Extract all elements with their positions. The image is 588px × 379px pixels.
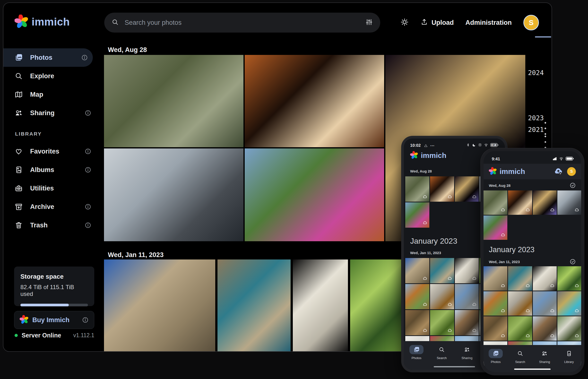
photo-tile-marble-bust-sculpture[interactable]: [455, 258, 479, 283]
cloud-backup-icon: [501, 283, 505, 289]
battery-icon: 97: [490, 143, 499, 148]
photo-tile-fireworks-night-sky[interactable]: [533, 190, 557, 215]
nav-tab-sharing[interactable]: Sharing: [460, 345, 474, 360]
photo-tile-lizard-on-moss[interactable]: [508, 316, 532, 341]
photo-tile-fireworks-night-sky[interactable]: [455, 176, 479, 202]
photos-icon: [409, 345, 424, 354]
phone-statusbar: 9:41: [492, 156, 574, 163]
nav-tab-photos[interactable]: Photos: [489, 349, 503, 364]
upload-button[interactable]: Upload: [420, 18, 454, 27]
cloud-backup-icon: [423, 194, 427, 200]
timeline-year-label[interactable]: 2021: [528, 126, 544, 133]
ellipsis-icon: ⋯: [430, 143, 435, 148]
date-group-header: Wed, Jan 11, 2023: [108, 251, 163, 259]
administration-link[interactable]: Administration: [465, 19, 512, 27]
photo-tile-fortress-walls-with-cars[interactable]: [104, 259, 215, 352]
cloud-backup-icon: [574, 207, 579, 213]
photo-tile-lizard-on-moss[interactable]: [430, 310, 454, 335]
photo-tile-baboons-on-zoo-rocks[interactable]: [405, 176, 429, 202]
timeline-year-label[interactable]: 2024: [528, 69, 544, 77]
photo-tile-baboons-on-zoo-rocks[interactable]: [484, 190, 507, 215]
info-icon[interactable]: [85, 222, 91, 229]
photo-tile-baboons-on-zoo-rocks[interactable]: [104, 55, 243, 147]
photo-tile-white-stone-sculpture[interactable]: [508, 291, 532, 316]
nav-tab-sharing[interactable]: Sharing: [538, 349, 552, 364]
info-icon[interactable]: [81, 54, 88, 61]
user-avatar[interactable]: S: [567, 167, 576, 176]
date-group-header: Wed, Aug 28: [108, 46, 147, 54]
photo-tile-couple-holding-hands[interactable]: [104, 148, 243, 241]
sidebar-item-photos[interactable]: Photos: [3, 48, 93, 67]
buy-immich-button[interactable]: Buy Immich: [14, 311, 94, 329]
photo-tile-fortress-walls-with-cars[interactable]: [405, 258, 429, 283]
photo-tile-autumn-park-path[interactable]: [245, 148, 384, 241]
search-icon: [111, 18, 119, 27]
home-indicator[interactable]: [514, 369, 551, 370]
sidebar-item-archive[interactable]: Archive: [3, 198, 96, 216]
photo-tile-coastal-fort-and-bay[interactable]: [218, 259, 291, 352]
album-icon: [15, 165, 23, 174]
cloud-backup-icon: [501, 207, 505, 213]
photo-tile-ornate-table-centerpiece[interactable]: [557, 291, 581, 316]
cloud-backup-icon: [501, 308, 505, 314]
photo-tile-lizard-on-leaf-litter[interactable]: [484, 316, 507, 341]
timeline-year-label[interactable]: 2023: [528, 114, 544, 122]
theme-toggle-sun-icon[interactable]: [400, 18, 409, 27]
cloud-backup-icon: [525, 283, 530, 289]
sidebar-item-sharing[interactable]: Sharing: [3, 104, 96, 122]
status-time: 10:02: [410, 143, 421, 148]
photo-tile-snowy-village-church[interactable]: [455, 310, 479, 335]
photo-tile-autumn-dinner-table[interactable]: [508, 190, 532, 215]
info-icon[interactable]: [85, 148, 91, 155]
filter-sliders-icon[interactable]: [365, 18, 373, 27]
photo-tile-autumn-park-path[interactable]: [484, 216, 507, 240]
photo-tile-ruined-stone-wall[interactable]: [533, 291, 557, 316]
sidebar-item-favorites[interactable]: Favorites: [3, 142, 96, 161]
sidebar-item-map[interactable]: Map: [3, 85, 96, 104]
select-all-check-icon[interactable]: [570, 258, 576, 265]
photo-tile-fortress-walls-with-cars[interactable]: [484, 266, 507, 291]
phone-mockup: 9:41 immich S Wed, Aug 28 January 2023 W…: [481, 148, 584, 375]
photo-tile-lizard-on-leaf-litter[interactable]: [405, 310, 429, 335]
photo-grid-jan11: [104, 259, 404, 352]
photo-tile-white-stone-sculpture[interactable]: [430, 284, 454, 309]
search-bar[interactable]: [104, 13, 380, 32]
cloud-backup-icon: [423, 328, 427, 334]
photo-tile-marble-bust-sculpture[interactable]: [293, 259, 348, 352]
photos-icon: [15, 53, 23, 62]
photo-tile-autumn-dinner-table[interactable]: [245, 55, 384, 147]
photo-tile-coastal-fort-and-bay[interactable]: [430, 258, 454, 283]
photo-tile-couple-holding-hands[interactable]: [557, 190, 581, 215]
search-icon: [513, 349, 527, 358]
photo-tile-cliff-over-beach[interactable]: [484, 291, 507, 316]
info-icon[interactable]: [85, 110, 91, 116]
photo-tile-snowy-village-church[interactable]: [533, 316, 557, 341]
info-icon[interactable]: [85, 203, 91, 210]
nav-tab-search[interactable]: Search: [435, 345, 449, 360]
photo-tile-green-sea-grape-berries[interactable]: [350, 259, 404, 352]
heart-icon: [15, 147, 23, 156]
sidebar-item-trash[interactable]: Trash: [3, 216, 96, 235]
info-icon[interactable]: [85, 166, 91, 173]
cloud-sync-icon[interactable]: [554, 166, 563, 177]
photo-tile-coastal-fort-and-bay[interactable]: [508, 266, 532, 291]
photo-tile-marble-bust-sculpture[interactable]: [533, 266, 557, 291]
home-indicator[interactable]: [434, 366, 475, 367]
photo-tile-ruined-stone-wall[interactable]: [455, 284, 479, 309]
search-input[interactable]: [125, 19, 359, 27]
nav-tab-photos[interactable]: Photos: [409, 345, 424, 360]
select-all-check-icon[interactable]: [570, 182, 576, 189]
nav-tab-library[interactable]: Library: [562, 349, 576, 364]
info-icon[interactable]: [82, 316, 89, 323]
photo-tile-cliff-over-beach[interactable]: [405, 284, 429, 309]
photo-tile-autumn-dinner-table[interactable]: [430, 176, 454, 202]
photo-tile-autumn-park-path[interactable]: [405, 202, 429, 228]
sidebar-item-albums[interactable]: Albums: [3, 161, 96, 179]
timeline-position-indicator: [535, 36, 551, 37]
nav-tab-search[interactable]: Search: [513, 349, 527, 364]
sidebar-item-explore[interactable]: Explore: [3, 67, 96, 85]
photo-tile-alpine-farm-houses[interactable]: [557, 316, 581, 341]
user-avatar[interactable]: S: [523, 15, 539, 30]
sidebar-item-utilities[interactable]: Utilities: [3, 179, 96, 198]
photo-tile-green-sea-grape-berries[interactable]: [557, 266, 581, 291]
